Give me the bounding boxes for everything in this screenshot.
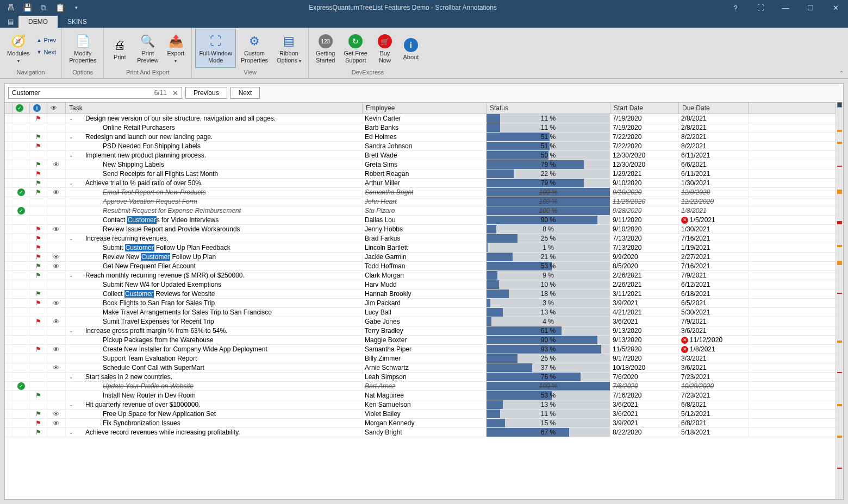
export-button[interactable]: 📤Export▾ xyxy=(163,29,188,68)
table-row[interactable]: ⌄Implement new product planning process.… xyxy=(5,151,843,160)
chevron-down-icon[interactable]: ⌄ xyxy=(68,116,74,121)
flag-cell: ⚑ xyxy=(30,160,47,169)
table-row[interactable]: Make Travel Arrangements for Sales Trip … xyxy=(5,308,843,317)
table-row[interactable]: ⚑Install New Router in Dev RoomNat Magui… xyxy=(5,391,843,400)
table-row[interactable]: ⚑👁Fix Synchronization IssuesMorgan Kenne… xyxy=(5,419,843,428)
column-done[interactable]: ✓ xyxy=(13,103,30,114)
chevron-down-icon[interactable]: ⌄ xyxy=(68,374,74,380)
next-button[interactable]: ▼Next xyxy=(35,46,59,58)
getting-started-button[interactable]: 123GettingStarted xyxy=(312,29,339,68)
search-next-button[interactable]: Next xyxy=(230,87,260,99)
column-task[interactable]: Task xyxy=(66,103,363,114)
table-row[interactable]: ⚑Submit Customer Follow Up Plan Feedback… xyxy=(5,243,843,253)
table-row[interactable]: ✓⚑👁Email Test Report on New ProductsSama… xyxy=(5,188,843,197)
chevron-down-icon[interactable]: ⌄ xyxy=(68,153,74,158)
table-row[interactable]: Online Retail PurchasersBarb Banks11 %7/… xyxy=(5,123,843,133)
table-row[interactable]: ✓Update Your Profile on WebsiteBart Arna… xyxy=(5,382,843,391)
save-icon[interactable]: 💾 xyxy=(21,1,34,14)
fullscreen-icon[interactable]: ⛶ xyxy=(748,0,773,15)
tree-list-body[interactable]: ⚑⌄Design new version of our site structu… xyxy=(5,114,843,499)
search-box[interactable]: 6/11 ✕ xyxy=(8,87,182,99)
table-row[interactable]: ⚑👁Get New Frequent Flier AccountTodd Hof… xyxy=(5,262,843,271)
collapse-ribbon-icon[interactable]: ⌃ xyxy=(839,70,844,76)
table-row[interactable]: Contact Customers for Video InterviewsDa… xyxy=(5,216,843,225)
full-window-mode-button[interactable]: ⛶Full-WindowMode xyxy=(195,29,236,68)
table-row[interactable]: ⚑⌄Redesign and launch our new landing pa… xyxy=(5,133,843,142)
table-row[interactable]: Pickup Packages from the WarehouseMaggie… xyxy=(5,336,843,345)
buy-now-button[interactable]: 🛒BuyNow xyxy=(372,29,397,68)
search-input[interactable] xyxy=(9,89,154,97)
ribbon-options-button[interactable]: ▤RibbonOptions ▾ xyxy=(273,29,305,68)
prev-button[interactable]: ▲Prev xyxy=(35,34,59,46)
column-flag[interactable]: i xyxy=(30,103,47,114)
table-row[interactable]: ✓Resubmit Request for Expense Reimbursem… xyxy=(5,206,843,216)
chevron-down-icon[interactable]: ⌄ xyxy=(68,180,74,186)
table-row[interactable]: ⚑⌄Achieve trial to % paid ratio of over … xyxy=(5,179,843,188)
chevron-down-icon[interactable]: ⌄ xyxy=(68,430,74,435)
table-row[interactable]: ⚑⌄Reach monthly recurring revenue ($ MRR… xyxy=(5,271,843,280)
column-watch[interactable]: 👁 xyxy=(47,103,66,114)
table-row[interactable]: ⚑⌄Achieve record revenues while increasi… xyxy=(5,428,843,437)
table-row[interactable]: ⚑Collect Customer Reviews for WebsiteHan… xyxy=(5,289,843,299)
help-icon[interactable]: ? xyxy=(723,0,748,15)
copy-icon[interactable]: ⧉ xyxy=(37,1,50,14)
modules-button[interactable]: 🧭 Modules▾ xyxy=(3,29,34,68)
table-row[interactable]: ⌄Hit quarterly revenue of over $1000000.… xyxy=(5,400,843,410)
done-cell xyxy=(13,317,30,326)
flag-cell xyxy=(30,382,47,390)
flag-cell: ⚑ xyxy=(30,243,47,252)
table-row[interactable]: ⌄Increase gross profit margin % from 63%… xyxy=(5,326,843,336)
table-row[interactable]: Approve Vacation Request FormJohn Heart1… xyxy=(5,197,843,206)
table-row[interactable]: ⚑⌄Design new version of our site structu… xyxy=(5,114,843,123)
paste-icon[interactable]: 📋 xyxy=(53,1,66,14)
print-icon[interactable]: 🖶 xyxy=(4,1,17,14)
tab-skins[interactable]: SKINS xyxy=(58,16,97,28)
tab-demo[interactable]: DEMO xyxy=(18,16,58,28)
app-menu-icon[interactable]: ▤ xyxy=(2,15,18,28)
close-button[interactable]: ✕ xyxy=(823,0,848,15)
qat-dropdown-icon[interactable]: ▾ xyxy=(70,1,83,14)
table-row[interactable]: Support Team Evaluation ReportBilly Zimm… xyxy=(5,354,843,363)
done-cell xyxy=(13,234,30,243)
custom-properties-button[interactable]: ⚙CustomProperties xyxy=(237,29,272,68)
maximize-button[interactable]: ☐ xyxy=(798,0,823,15)
table-row[interactable]: ⚑⌄Increase recurring revenues.Brad Farku… xyxy=(5,234,843,243)
status-cell: 100 % xyxy=(487,197,610,206)
task-cell: Email Test Report on New Products xyxy=(66,188,363,197)
table-row[interactable]: ⚑👁Review Issue Report and Provide Workar… xyxy=(5,225,843,234)
table-row[interactable]: ⚑👁Create New Installer for Company Wide … xyxy=(5,345,843,354)
table-row[interactable]: 👁Schedule Conf Call with SuperMartArnie … xyxy=(5,363,843,373)
chevron-down-icon[interactable]: ⌄ xyxy=(68,134,74,140)
column-employee[interactable]: Employee xyxy=(363,103,487,114)
table-row[interactable]: ⚑👁Book Flights to San Fran for Sales Tri… xyxy=(5,299,843,308)
chevron-down-icon[interactable]: ⌄ xyxy=(68,236,74,241)
flag-icon: ⚑ xyxy=(35,318,41,325)
done-cell xyxy=(13,225,30,234)
modify-properties-button[interactable]: 📄 ModifyProperties xyxy=(65,29,100,68)
search-previous-button[interactable]: Previous xyxy=(185,87,227,99)
column-start-date[interactable]: Start Date xyxy=(610,103,679,114)
print-button[interactable]: 🖨Print xyxy=(107,29,132,68)
column-status[interactable]: Status xyxy=(487,103,610,114)
scrollbar-annotations[interactable] xyxy=(835,102,843,499)
minimize-button[interactable]: — xyxy=(773,0,798,15)
print-preview-button[interactable]: 🔍PrintPreview xyxy=(133,29,162,68)
table-row[interactable]: ⚑Send Receipts for all Flights Last Mont… xyxy=(5,169,843,179)
table-row[interactable]: ⚑👁Free Up Space for New Application SetV… xyxy=(5,410,843,419)
table-row[interactable]: Submit New W4 for Updated ExemptionsHarv… xyxy=(5,280,843,289)
get-free-support-button[interactable]: ↻Get FreeSupport xyxy=(340,29,371,68)
chevron-down-icon[interactable]: ⌄ xyxy=(68,273,74,278)
chevron-down-icon[interactable]: ⌄ xyxy=(68,402,74,407)
eye-icon: 👁 xyxy=(53,253,60,261)
table-row[interactable]: ⌄Start sales in 2 new countries.Leah Sim… xyxy=(5,373,843,382)
column-due-date[interactable]: Due Date xyxy=(679,103,749,114)
table-row[interactable]: ⚑👁Review New Customer Follow Up PlanJack… xyxy=(5,253,843,262)
table-row[interactable]: ⚑PSD Needed For Shipping LabelsSandra Jo… xyxy=(5,142,843,151)
table-row[interactable]: ⚑👁Sumit Travel Expenses for Recent TripG… xyxy=(5,317,843,326)
flag-icon: ⚑ xyxy=(35,429,41,436)
status-cell: 37 % xyxy=(487,363,610,372)
about-button[interactable]: iAbout xyxy=(398,29,423,68)
chevron-down-icon[interactable]: ⌄ xyxy=(68,328,74,333)
clear-search-icon[interactable]: ✕ xyxy=(169,89,182,97)
table-row[interactable]: ⚑👁New Shipping LabelsGreta Sims79 %12/30… xyxy=(5,160,843,169)
